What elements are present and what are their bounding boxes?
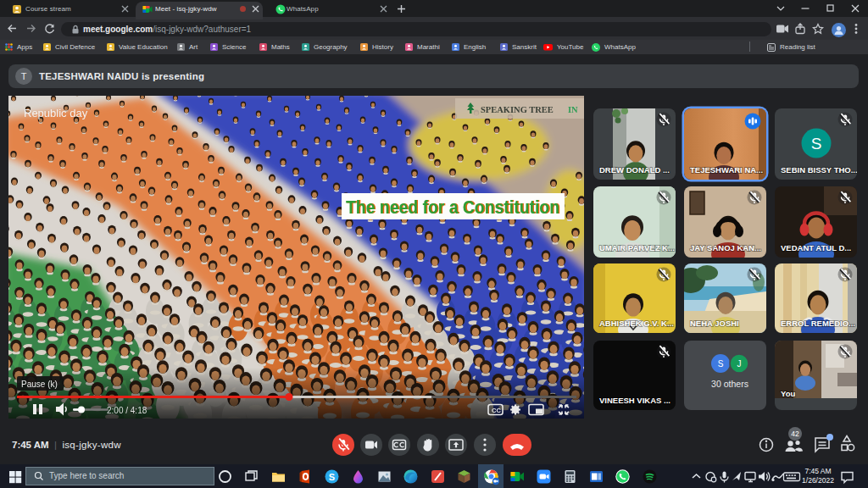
svg-text:TEJESHWARI NA...: TEJESHWARI NA... (690, 165, 763, 175)
svg-text:ABHISHEK G.V. K...: ABHISHEK G.V. K... (599, 319, 674, 328)
svg-text:VEDANT ATUL D...: VEDANT ATUL D... (781, 243, 851, 252)
svg-text:UMAIR PARVEZ K...: UMAIR PARVEZ K... (599, 243, 675, 252)
svg-text:S: S (718, 359, 724, 369)
svg-text:Pause (k): Pause (k) (21, 380, 58, 389)
svg-text:J: J (737, 359, 742, 369)
svg-text:JAY SANOJ KAN...: JAY SANOJ KAN... (690, 243, 761, 252)
svg-text:S: S (811, 135, 822, 152)
svg-text:The need for a Constitution: The need for a Constitution (346, 197, 559, 218)
svg-text:30 others: 30 others (711, 379, 748, 389)
svg-text:IN: IN (568, 105, 578, 114)
svg-text:You: You (781, 389, 795, 398)
svg-text:S: S (329, 472, 335, 482)
svg-text:Republic day: Republic day (24, 107, 88, 119)
svg-text:2:00 / 4:18: 2:00 / 4:18 (107, 406, 147, 415)
svg-text:VINEESH VIKAS ...: VINEESH VIKAS ... (599, 396, 670, 405)
svg-text:42: 42 (791, 430, 799, 438)
svg-text:DREW DONALD ...: DREW DONALD ... (599, 165, 670, 175)
svg-text:ERROL REMEDIO...: ERROL REMEDIO... (781, 319, 855, 328)
svg-text:NEHA JOSHI: NEHA JOSHI (690, 319, 739, 328)
svg-text:SPEAKING TREE: SPEAKING TREE (481, 105, 554, 114)
svg-text:SEBIN BISSY THO...: SEBIN BISSY THO... (781, 165, 857, 175)
svg-text:CC: CC (492, 407, 501, 414)
